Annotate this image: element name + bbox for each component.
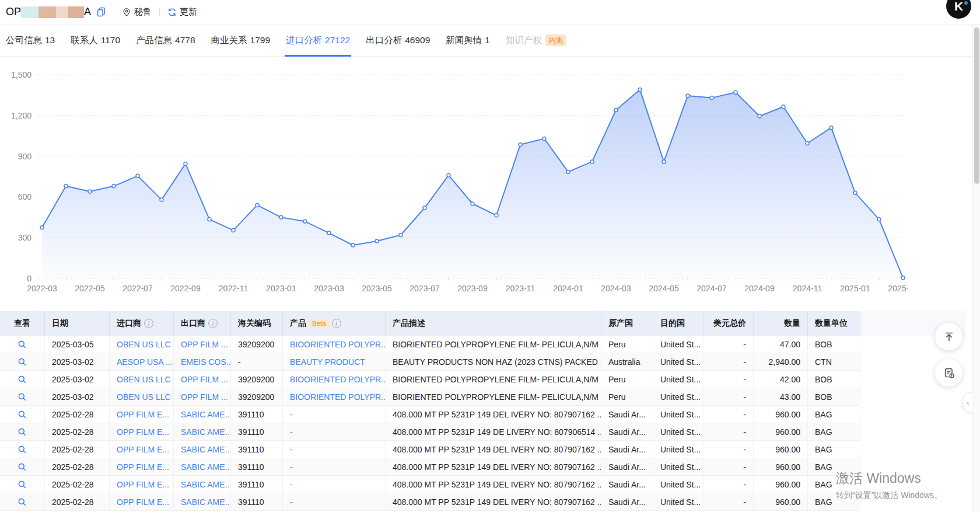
product-link-text[interactable]: BIOORIENTED POLYPR... [290,375,386,384]
exporter-link-text[interactable]: SABIC AME... [181,410,231,419]
usd-total-cell-text: - [743,427,746,437]
view-details-button[interactable] [18,357,27,367]
avatar[interactable]: K [946,0,971,19]
quantity-cell-text: 47.00 [780,340,800,349]
quantity-cell-text: 960.00 [775,462,800,472]
tab-export-analysis[interactable]: 出口分析46909 [366,25,430,56]
tab-product-info[interactable]: 产品信息4778 [136,25,195,56]
importer-link-text[interactable]: OPP FILM E... [117,480,169,489]
origin-country-cell: Peru [601,371,653,388]
tab-company-info[interactable]: 公司信息13 [6,25,55,56]
product-link-text[interactable]: - [290,445,293,454]
usd-total-cell-text: - [743,340,746,349]
importer-link-text[interactable]: OPP FILM E... [117,497,169,507]
product-link-text[interactable]: - [290,497,293,507]
product-description-cell: 408.000 MT PP 5231P 149 DEL IVERY NO: 80… [386,458,601,476]
exporter-link-text[interactable]: EMEIS COS... [181,357,231,367]
view-details-button[interactable] [18,497,27,507]
info-icon[interactable]: i [208,319,218,328]
view-details-button[interactable] [18,427,27,437]
product-link-text[interactable]: - [290,480,293,489]
column-header-label: 海关编码 [238,318,271,329]
view-details-button[interactable] [18,480,27,489]
data-point [638,88,642,92]
magnifier-icon [18,480,27,489]
importer-link: OBEN US LLC [110,371,174,388]
importer-link-text[interactable]: OBEN US LLC [117,375,171,384]
product-link-text[interactable]: BIOORIENTED POLYPR... [290,392,386,402]
view-details-button[interactable] [18,462,27,472]
view-details-button[interactable] [18,392,27,402]
quantity-cell: 960.00 [754,423,808,441]
product-link-text[interactable]: - [290,410,293,419]
y-axis-tick-label: 600 [18,192,32,201]
tab-news-sentiment[interactable]: 新闻舆情1 [446,25,490,56]
importer-link-text[interactable]: OPP FILM E... [117,427,169,437]
origin-country-cell: Saudi Ar... [601,423,653,441]
exporter-link-text[interactable]: SABIC AME... [181,427,231,437]
refresh-button[interactable]: 更新 [167,6,197,18]
info-icon[interactable]: i [332,319,341,328]
importer-link-text[interactable]: OBEN US LLC [117,392,171,402]
hs-code-cell-text: 39209200 [238,340,274,349]
product-link-text[interactable]: - [290,462,293,472]
tab-import-analysis[interactable]: 进口分析27122 [286,25,350,56]
usd-total-cell-text: - [743,357,746,367]
magnifier-icon [18,462,27,472]
origin-country-cell: Saudi Ar... [601,458,653,476]
copy-icon[interactable] [96,7,106,17]
hs-code-cell: 39209200 [231,388,283,406]
view-details-button[interactable] [18,340,27,349]
quantity-unit-cell-text: BAG [815,427,832,437]
exporter-link-text[interactable]: SABIC AME... [181,480,231,489]
importer-link-text[interactable]: OPP FILM E... [117,410,169,419]
importer-link-text[interactable]: OPP FILM E... [117,445,169,454]
importer-link-text[interactable]: OBEN US LLC [117,340,171,349]
product-link-text[interactable]: BEAUTY PRODUCT [290,357,365,367]
usd-total-cell: - [704,371,754,388]
view-column [0,476,45,493]
x-axis-tick-label: 2024-01 [553,284,583,293]
importer-link-text[interactable]: AESOP USA ... [117,357,172,367]
tab-intellectual-property[interactable]: 知识产权内测 [506,25,566,56]
tab-contacts[interactable]: 联系人1170 [71,25,120,56]
x-axis-tick-label: 2024-03 [601,284,631,293]
exporter-link-text[interactable]: SABIC AME... [181,445,231,454]
redacted-block [38,6,56,18]
destination-country-cell: United St... [653,371,704,388]
data-point [542,137,546,140]
tab-label: 公司信息 [6,34,42,47]
view-details-button[interactable] [18,375,27,384]
view-details-button[interactable] [18,445,27,454]
y-axis-tick-label: 0 [27,274,32,283]
destination-country-cell: United St... [653,406,704,423]
destination-country-cell-text: United St... [660,357,701,367]
product-link-text[interactable]: - [290,427,293,437]
exporter-link-text[interactable]: OPP FILM ... [181,340,228,349]
scrollbar-track[interactable] [972,0,980,512]
exporter-link-text[interactable]: OPP FILM ... [181,375,228,384]
usd-total-cell-text: - [743,480,746,489]
product-link-text[interactable]: BIOORIENTED POLYPR... [290,340,386,349]
column-header-label: 数量单位 [815,318,848,329]
tab-count: 46909 [405,35,430,46]
origin-country-cell: Peru [601,388,653,406]
exporter-link-text[interactable]: SABIC AME... [181,462,231,472]
scrollbar-thumb[interactable] [974,27,979,184]
quantity-cell-text: 43.00 [780,392,800,402]
report-feedback-button[interactable] [935,359,963,386]
destination-country-cell: United St... [653,388,704,406]
back-to-top-button[interactable] [935,323,963,350]
product-description-cell-text: BIORIENTED POLYPROPYLENE FILM- PELICULA,… [393,375,598,384]
view-details-button[interactable] [18,410,27,419]
column-header-view: 查看 [0,311,45,336]
data-point [877,218,881,221]
exporter-link-text[interactable]: SABIC AME... [181,497,231,507]
tab-business-relations[interactable]: 商业关系1799 [211,25,270,56]
exporter-link-text[interactable]: OPP FILM ... [181,392,228,402]
info-icon[interactable]: i [144,319,153,328]
usd-total-cell-text: - [743,445,746,454]
product-description-cell-text: BEAUTY PRODUCTS NON HAZ (2023 CTNS) PACK… [393,357,601,367]
importer-link: OBEN US LLC [110,336,174,353]
importer-link-text[interactable]: OPP FILM E... [117,462,169,472]
